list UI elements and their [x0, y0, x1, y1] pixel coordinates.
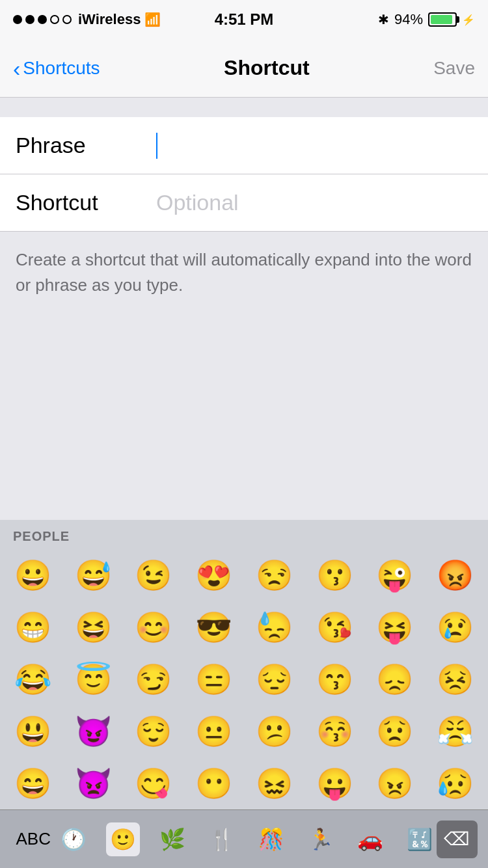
emoji-relieved[interactable]: 😌 [124, 705, 184, 757]
emoji-angry[interactable]: 😡 [425, 549, 485, 601]
emoji-section-label: PEOPLE [0, 520, 488, 549]
back-label: Shortcuts [23, 58, 100, 79]
clock-icon[interactable]: 🕐 [57, 822, 90, 856]
emoji-wink[interactable]: 😉 [124, 549, 184, 601]
back-button[interactable]: ‹ Shortcuts [13, 57, 100, 79]
status-left: iWireless 📶 [13, 11, 161, 28]
phrase-row: Phrase [0, 117, 488, 174]
emoji-kissing-smiling[interactable]: 😙 [305, 653, 365, 705]
status-time: 4:51 PM [215, 10, 274, 29]
nature-icon[interactable]: 🌿 [156, 822, 189, 856]
emoji-face-icon[interactable]: 🙂 [106, 822, 140, 856]
status-right: ✱ 94% ⚡ [378, 11, 475, 28]
emoji-beaming[interactable]: 😁 [3, 601, 63, 653]
emoji-yum[interactable]: 😋 [124, 757, 184, 809]
dot-4 [50, 15, 59, 24]
emoji-confounded[interactable]: 😖 [244, 757, 305, 809]
emoji-stuck-out-tongue[interactable]: 😛 [305, 757, 365, 809]
emoji-pensive[interactable]: 😔 [244, 653, 305, 705]
emoji-expressionless[interactable]: 😑 [183, 653, 244, 705]
bluetooth-icon: ✱ [378, 12, 389, 27]
emoji-grinning[interactable]: 😀 [3, 549, 63, 601]
shortcut-label: Shortcut [16, 190, 146, 215]
emoji-kissing[interactable]: 😗 [305, 549, 365, 601]
emoji-disappointed[interactable]: 😞 [365, 653, 426, 705]
emoji-sunglasses[interactable]: 😎 [183, 601, 244, 653]
dot-1 [13, 15, 22, 24]
celebration-icon[interactable]: 🎊 [254, 822, 288, 856]
emoji-smiling-horns[interactable]: 😈 [63, 705, 124, 757]
dot-3 [38, 15, 47, 24]
emoji-winking-tongue[interactable]: 😜 [365, 549, 426, 601]
keyboard-icon-row: 🕐 🙂 🌿 🍴 🎊 🏃 🚗 🔣 [57, 822, 437, 856]
emoji-grin[interactable]: 😃 [3, 705, 63, 757]
delete-icon: ⌫ [444, 828, 470, 850]
emoji-confused[interactable]: 😕 [244, 705, 305, 757]
emoji-steam[interactable]: 😤 [425, 705, 485, 757]
delete-button[interactable]: ⌫ [437, 821, 478, 858]
shortcut-row: Shortcut Optional [0, 174, 488, 232]
keyboard-toolbar: ABC 🕐 🙂 🌿 🍴 🎊 🏃 🚗 🔣 ⌫ [0, 809, 488, 868]
emoji-laughing[interactable]: 😆 [63, 601, 124, 653]
status-bar: iWireless 📶 4:51 PM ✱ 94% ⚡ [0, 0, 488, 39]
page-title: Shortcut [224, 56, 310, 80]
wifi-icon: 📶 [144, 12, 161, 27]
emoji-kissing-closed[interactable]: 😚 [305, 705, 365, 757]
emoji-heart-eyes[interactable]: 😍 [183, 549, 244, 601]
emoji-droplet[interactable]: 😓 [244, 601, 305, 653]
battery-fill [431, 15, 452, 24]
helper-text: Create a shortcut that will automaticall… [0, 232, 488, 314]
form-section: Phrase Shortcut Optional [0, 117, 488, 232]
emoji-cry[interactable]: 😢 [425, 601, 485, 653]
emoji-persevere[interactable]: 😣 [425, 653, 485, 705]
emoji-rofl[interactable]: 😂 [3, 653, 63, 705]
emoji-mad[interactable]: 😠 [365, 757, 426, 809]
battery-percent: 94% [394, 11, 423, 28]
battery-icon [428, 12, 457, 27]
text-cursor [156, 133, 157, 159]
dot-2 [25, 15, 34, 24]
nav-bar: ‹ Shortcuts Shortcut Save [0, 39, 488, 98]
emoji-kiss-heart[interactable]: 😘 [305, 601, 365, 653]
emoji-sob[interactable]: 😥 [425, 757, 485, 809]
emoji-smiling[interactable]: 😊 [124, 601, 184, 653]
save-button[interactable]: Save [433, 58, 475, 79]
emoji-imp[interactable]: 👿 [63, 757, 124, 809]
abc-button[interactable]: ABC [10, 829, 57, 849]
transport-icon[interactable]: 🚗 [353, 822, 387, 856]
emoji-smile[interactable]: 😄 [3, 757, 63, 809]
food-icon[interactable]: 🍴 [205, 822, 239, 856]
shortcut-placeholder: Optional [156, 190, 239, 215]
emoji-neutral[interactable]: 😐 [183, 705, 244, 757]
emoji-smirk[interactable]: 😏 [124, 653, 184, 705]
dot-5 [62, 15, 72, 24]
charge-icon: ⚡ [462, 14, 475, 26]
emoji-tongue-closed-eyes[interactable]: 😝 [365, 601, 426, 653]
shortcut-input-area[interactable]: Optional [146, 190, 472, 215]
emoji-unamused[interactable]: 😒 [244, 549, 305, 601]
signal-dots [13, 15, 72, 24]
emoji-halo[interactable]: 😇 [63, 653, 124, 705]
emoji-worried[interactable]: 😟 [365, 705, 426, 757]
emoji-no-mouth[interactable]: 😶 [183, 757, 244, 809]
emoji-keyboard: PEOPLE 😀 😅 😉 😍 😒 😗 😜 😡 😁 😆 😊 😎 😓 😘 😝 😢 😂… [0, 520, 488, 868]
symbols-icon[interactable]: 🔣 [403, 822, 437, 856]
emoji-sweat-smile[interactable]: 😅 [63, 549, 124, 601]
carrier-label: iWireless [78, 11, 141, 28]
phrase-input-area[interactable] [146, 133, 472, 159]
phrase-label: Phrase [16, 133, 146, 158]
emoji-grid: 😀 😅 😉 😍 😒 😗 😜 😡 😁 😆 😊 😎 😓 😘 😝 😢 😂 😇 😏 😑 … [0, 549, 488, 809]
chevron-left-icon: ‹ [13, 57, 20, 79]
activity-icon[interactable]: 🏃 [304, 822, 338, 856]
